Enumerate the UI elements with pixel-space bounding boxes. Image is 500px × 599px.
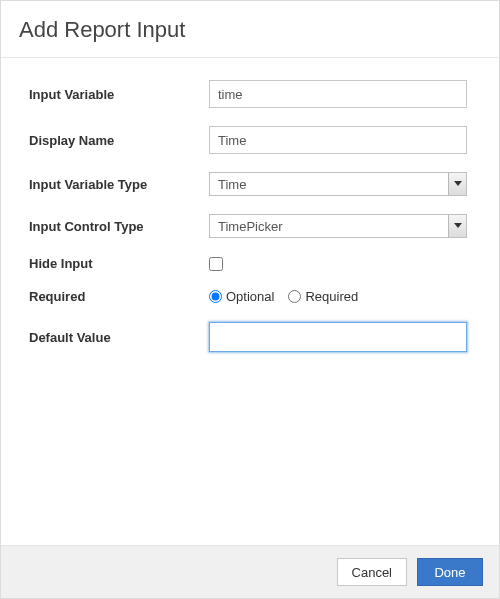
input-control-type-select[interactable]: TimePicker [209, 214, 467, 238]
label-input-control-type: Input Control Type [29, 219, 209, 234]
input-control-type-value: TimePicker [210, 215, 448, 237]
chevron-down-icon [448, 215, 466, 237]
default-value-field[interactable] [209, 322, 467, 352]
row-hide-input: Hide Input [29, 256, 481, 271]
label-default-value: Default Value [29, 330, 209, 345]
row-display-name: Display Name [29, 126, 481, 154]
cancel-button[interactable]: Cancel [337, 558, 407, 586]
label-input-variable: Input Variable [29, 87, 209, 102]
radio-required[interactable] [288, 290, 301, 303]
input-variable-type-select[interactable]: Time [209, 172, 467, 196]
hide-input-checkbox[interactable] [209, 257, 223, 271]
add-report-input-dialog: Add Report Input Input Variable Display … [0, 0, 500, 599]
row-default-value: Default Value [29, 322, 481, 352]
label-hide-input: Hide Input [29, 256, 209, 271]
required-option-required[interactable]: Required [288, 289, 358, 304]
radio-required-label: Required [305, 289, 358, 304]
svg-marker-1 [454, 223, 462, 228]
input-variable-type-value: Time [210, 173, 448, 195]
dialog-body: Input Variable Display Name Input Variab… [1, 58, 499, 545]
dialog-header: Add Report Input [1, 1, 499, 58]
required-radio-group: Optional Required [209, 289, 481, 304]
svg-marker-0 [454, 181, 462, 186]
dialog-footer: Cancel Done [1, 545, 499, 598]
radio-optional-label: Optional [226, 289, 274, 304]
radio-optional[interactable] [209, 290, 222, 303]
row-required: Required Optional Required [29, 289, 481, 304]
label-required: Required [29, 289, 209, 304]
required-option-optional[interactable]: Optional [209, 289, 274, 304]
chevron-down-icon [448, 173, 466, 195]
input-variable-field[interactable] [209, 80, 467, 108]
label-display-name: Display Name [29, 133, 209, 148]
row-input-variable: Input Variable [29, 80, 481, 108]
dialog-title: Add Report Input [19, 17, 481, 43]
row-input-control-type: Input Control Type TimePicker [29, 214, 481, 238]
display-name-field[interactable] [209, 126, 467, 154]
label-input-variable-type: Input Variable Type [29, 177, 209, 192]
row-input-variable-type: Input Variable Type Time [29, 172, 481, 196]
done-button[interactable]: Done [417, 558, 483, 586]
